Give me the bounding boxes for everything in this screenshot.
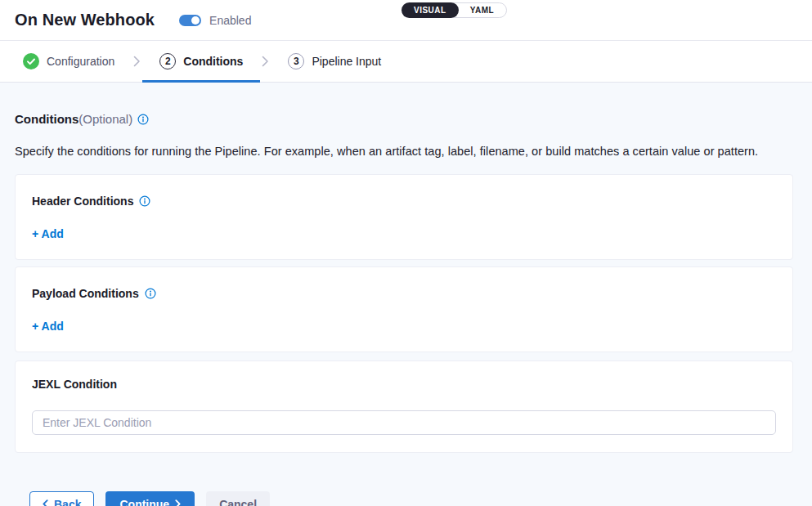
check-circle-icon <box>23 53 39 69</box>
visual-yaml-switch: VISUAL YAML <box>402 2 507 18</box>
header-conditions-card: Header Conditions + Add <box>15 174 793 260</box>
step-conditions-label: Conditions <box>183 55 243 68</box>
step-conditions[interactable]: 2 Conditions <box>142 41 260 82</box>
section-heading: Conditions(Optional) <box>15 112 793 126</box>
conditions-panel: Conditions(Optional) Specify the conditi… <box>0 83 812 506</box>
payload-conditions-title: Payload Conditions <box>32 287 139 300</box>
step-configuration[interactable]: Configuration <box>23 41 132 82</box>
chevron-right-icon <box>260 41 271 82</box>
enabled-label: Enabled <box>209 14 251 27</box>
yaml-tab[interactable]: YAML <box>458 3 506 17</box>
cancel-button-label: Cancel <box>219 498 257 506</box>
step-pipeline-input[interactable]: 3 Pipeline Input <box>271 41 398 82</box>
back-button[interactable]: Back <box>29 491 94 506</box>
chevron-right-icon <box>175 499 181 506</box>
section-description: Specify the conditions for running the P… <box>15 145 793 158</box>
wizard-footer: Back Continue Cancel <box>15 491 793 506</box>
step-pipeline-input-label: Pipeline Input <box>312 55 381 68</box>
step-3-number: 3 <box>288 53 304 69</box>
jexl-condition-input[interactable] <box>32 410 776 435</box>
payload-conditions-card: Payload Conditions + Add <box>15 266 793 352</box>
back-button-label: Back <box>54 498 81 506</box>
info-icon[interactable] <box>139 195 150 207</box>
page-title: On New Webhook <box>15 11 155 29</box>
enabled-toggle[interactable] <box>179 15 201 26</box>
step-2-number: 2 <box>159 53 176 69</box>
add-header-condition-button[interactable]: + Add <box>32 227 64 240</box>
info-icon[interactable] <box>145 288 156 299</box>
cancel-button[interactable]: Cancel <box>206 491 270 506</box>
continue-button-label: Continue <box>119 498 169 506</box>
section-title: Conditions <box>15 112 79 126</box>
toggle-knob <box>191 16 200 25</box>
top-header: On New Webhook Enabled VISUAL YAML <box>0 0 812 41</box>
wizard-stepper: Configuration 2 Conditions 3 Pipeline In… <box>0 41 812 83</box>
chevron-left-icon <box>43 499 48 506</box>
header-conditions-title: Header Conditions <box>32 195 133 208</box>
continue-button[interactable]: Continue <box>105 491 195 506</box>
visual-tab[interactable]: VISUAL <box>402 2 459 18</box>
info-icon[interactable] <box>137 114 149 125</box>
step-configuration-label: Configuration <box>47 55 114 68</box>
section-title-optional: (Optional) <box>79 112 132 126</box>
chevron-right-icon <box>132 41 142 82</box>
add-payload-condition-button[interactable]: + Add <box>32 320 64 333</box>
jexl-condition-card: JEXL Condition <box>15 360 793 453</box>
jexl-condition-title: JEXL Condition <box>32 378 117 391</box>
